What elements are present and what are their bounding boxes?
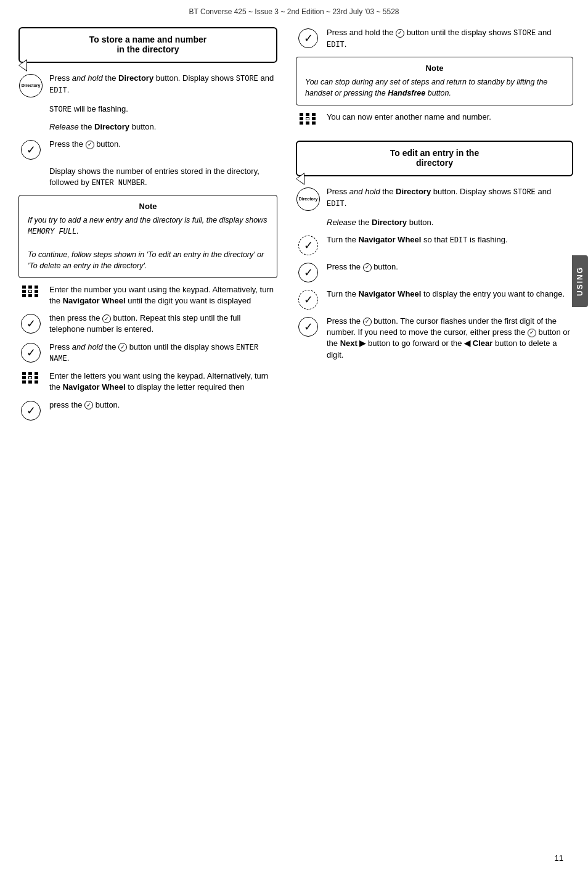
edit-release-spacer [296, 217, 321, 218]
step-release-text: Release the Directory button. [49, 121, 277, 133]
edit-check-dashed-2: ✓ [296, 289, 321, 310]
check-icon-4: ✓ [18, 400, 43, 421]
step-press-check-letter-text: press the ✓ button. [49, 400, 277, 411]
edit-check-icon-2: ✓ [296, 261, 321, 282]
note-title-2: Note [305, 64, 564, 73]
step-display-entries: Display shows the number of entries stor… [18, 166, 277, 189]
directory-icon-cell: Directory [18, 73, 43, 97]
edit-step-press-check-text: Press the ✓ button. [327, 261, 573, 273]
edit-check-icon-3: ✓ [296, 316, 321, 337]
note-box-2: Note You can stop during any set of step… [296, 57, 573, 105]
edit-step-cursor-text: Press the ✓ button. The cursor flashes u… [327, 316, 573, 361]
check-icon-2: ✓ [18, 313, 43, 334]
step-press-check-repeat-text: then press the ✓ button. Repeat this ste… [49, 313, 277, 335]
step-enter-another: You can now enter another name and numbe… [296, 112, 573, 125]
edit-step-turn-wheel-text: Turn the Navigator Wheel so that EDIT is… [327, 234, 573, 246]
step-enter-letters-text: Enter the letters you want using the key… [49, 371, 277, 393]
step-press-check-letter: ✓ press the ✓ button. [18, 400, 277, 421]
edit-check-button-icon-3: ✓ [298, 317, 318, 337]
page-header: BT Converse 425 ~ Issue 3 ~ 2nd Edition … [0, 0, 588, 21]
edit-title: To edit an entry in the directory [306, 148, 563, 168]
keypad-icon-2 [18, 371, 43, 384]
step-directory-press: Directory Press and hold the Directory b… [18, 73, 277, 97]
keypad-grid-1 [22, 286, 39, 297]
edit-step-press-check: ✓ Press the ✓ button. [296, 261, 573, 282]
using-tab-text: USING [576, 266, 584, 296]
edit-check-dashed-icon-1: ✓ [298, 236, 318, 255]
store-section-box: To store a name and number in the direct… [18, 27, 277, 63]
step-hold-check-text: Press and hold the ✓ button until the di… [49, 342, 277, 365]
note-box-1: Note If you try to add a new entry and t… [18, 195, 277, 278]
release-spacer [18, 121, 43, 123]
edit-directory-button-icon: Directory [296, 187, 320, 211]
note-text-2: You can stop during any set of steps and… [305, 76, 564, 99]
edit-step-release-text: Release the Directory button. [327, 217, 573, 228]
edit-step-release: Release the Directory button. [296, 217, 573, 228]
edit-section-box: To edit an entry in the directory [296, 141, 573, 176]
store-flashing-spacer [18, 104, 43, 105]
step-enter-number-keypad: Enter the number you want using the keyp… [18, 284, 277, 306]
page-number: 11 [555, 853, 563, 863]
step-store-flashing: STORE will be flashing. [18, 104, 277, 115]
step-release-directory: Release the Directory button. [18, 121, 277, 133]
step-directory-text: Press and hold the Directory button. Dis… [49, 73, 277, 96]
edit-step-cursor: ✓ Press the ✓ button. The cursor flashes… [296, 316, 573, 361]
edit-step-turn-wheel-entry: ✓ Turn the Navigator Wheel to display th… [296, 289, 573, 310]
entries-spacer [18, 166, 43, 167]
edit-step-directory-text: Press and hold the Directory button. Dis… [327, 186, 573, 210]
check-icon-right-1: ✓ [296, 27, 321, 48]
check-icon-1: ✓ [18, 139, 43, 160]
edit-step-turn-wheel-edit: ✓ Turn the Navigator Wheel so that EDIT … [296, 234, 573, 255]
step-press-check-repeat: ✓ then press the ✓ button. Repeat this s… [18, 313, 277, 335]
header-text: BT Converse 425 ~ Issue 3 ~ 2nd Edition … [189, 7, 399, 16]
edit-step-turn-wheel-entry-text: Turn the Navigator Wheel to display the … [327, 289, 573, 300]
edit-directory-icon: Directory [296, 186, 321, 211]
step-enter-another-text: You can now enter another name and numbe… [327, 112, 573, 123]
step-hold-check-enter-name: ✓ Press and hold the ✓ button until the … [18, 342, 277, 365]
step-press-check-1-text: Press the ✓ button. [49, 139, 277, 150]
step-enter-letters-keypad: Enter the letters you want using the key… [18, 371, 277, 393]
note-title-1: Note [28, 202, 268, 211]
check-icon-3: ✓ [18, 342, 43, 363]
check-button-icon-2: ✓ [21, 314, 41, 334]
step-hold-check-store: ✓ Press and hold the ✓ button until the … [296, 27, 573, 51]
check-button-icon-1: ✓ [21, 140, 41, 160]
using-tab: USING [572, 255, 588, 307]
edit-check-dashed-icon-2: ✓ [298, 290, 318, 310]
left-column: To store a name and number in the direct… [18, 27, 290, 427]
keypad-grid-right [300, 113, 317, 125]
edit-check-dashed-1: ✓ [296, 234, 321, 255]
step-display-entries-text: Display shows the number of entries stor… [49, 166, 277, 189]
keypad-icon-1 [18, 284, 43, 297]
step-hold-check-store-text: Press and hold the ✓ button until the di… [327, 27, 573, 51]
note-text-1: If you try to add a new entry and the di… [28, 215, 268, 271]
step-store-flashing-text: STORE will be flashing. [49, 104, 277, 115]
edit-check-button-icon-2: ✓ [298, 263, 318, 282]
step-press-check-1: ✓ Press the ✓ button. [18, 139, 277, 160]
store-title: To store a name and number in the direct… [28, 35, 267, 54]
check-button-icon-4: ✓ [21, 401, 41, 421]
keypad-grid-2 [22, 372, 39, 384]
check-button-icon-right-1: ✓ [298, 28, 318, 48]
directory-button-icon: Directory [19, 74, 43, 97]
edit-step-directory: Directory Press and hold the Directory b… [296, 186, 573, 211]
check-button-icon-3: ✓ [21, 343, 41, 363]
keypad-icon-right [296, 112, 321, 125]
right-column: ✓ Press and hold the ✓ button until the … [290, 27, 573, 427]
step-enter-number-text: Enter the number you want using the keyp… [49, 284, 277, 306]
